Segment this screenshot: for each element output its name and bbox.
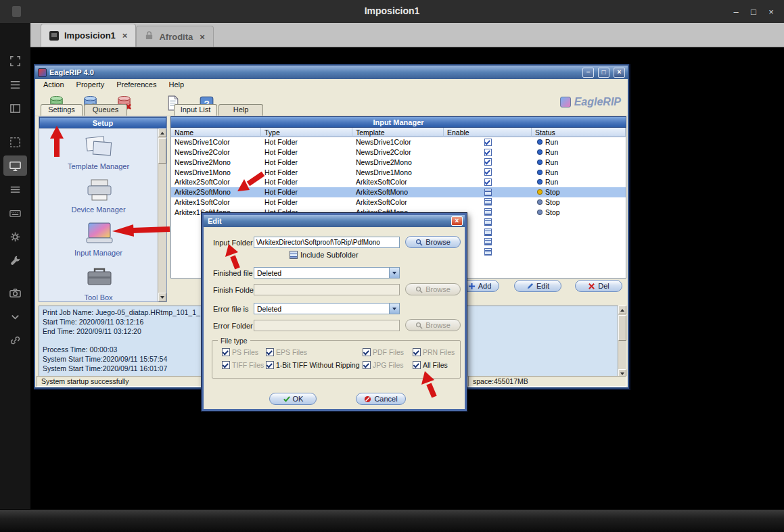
tab-queues[interactable]: Queues <box>84 104 127 116</box>
tab-imposicion1[interactable]: Imposicion1 × <box>41 24 136 47</box>
setup-item-tool-box[interactable]: Tool Box <box>39 265 158 301</box>
browse-input-folder-button[interactable]: Browse <box>405 236 461 248</box>
monitor-icon[interactable] <box>3 155 27 176</box>
enable-checkbox[interactable] <box>484 198 492 205</box>
enable-checkbox[interactable] <box>484 149 492 156</box>
setup-scrollbar[interactable] <box>158 128 166 301</box>
scroll-thumb[interactable] <box>618 315 626 341</box>
cell-name: NewsDrive2Mono <box>171 158 261 166</box>
gear-icon[interactable] <box>3 226 27 247</box>
menu-help[interactable]: Help <box>163 80 189 91</box>
delete-button[interactable]: Del <box>575 280 622 292</box>
minimize-button[interactable]: – <box>582 68 594 78</box>
maximize-button[interactable]: □ <box>598 68 609 78</box>
table-row[interactable]: NewsDrive1ColorHot FolderNewsDrive1Color… <box>171 137 626 147</box>
checkbox-label: PDF Files <box>373 348 404 356</box>
close-button[interactable]: × <box>451 216 463 226</box>
eaglerip-titlebar[interactable]: EagleRIP 4.0 – □ × <box>35 66 628 79</box>
dropdown-button[interactable] <box>389 268 399 278</box>
keyboard-icon[interactable] <box>3 203 27 223</box>
maximize-button[interactable]: □ <box>745 7 762 17</box>
input-folder-field[interactable]: \ArkitexDirector\Softproof\ToRip\PdfMono <box>254 237 400 248</box>
wrench-icon[interactable] <box>3 250 27 270</box>
finished-file-select[interactable]: Deleted <box>254 267 400 279</box>
tab-afrodita[interactable]: Afrodita × <box>136 26 213 47</box>
edit-button-label: Edit <box>536 282 549 290</box>
tab-close-icon[interactable]: × <box>121 30 128 41</box>
log-scrollbar[interactable] <box>618 306 626 378</box>
menu-property[interactable]: Property <box>71 80 110 91</box>
enable-checkbox[interactable] <box>484 178 492 186</box>
cell-template: ArkitexSoftColor <box>352 198 444 206</box>
menu-preferences[interactable]: Preferences <box>111 80 162 91</box>
scroll-thumb[interactable] <box>158 138 166 164</box>
file-type-option[interactable]: All Files <box>413 361 448 369</box>
enable-checkbox[interactable] <box>484 228 492 236</box>
table-row[interactable]: Arkitex2SoftMonoHot FolderArkitexSoftMon… <box>171 187 626 197</box>
close-button[interactable]: × <box>614 68 625 78</box>
enable-checkbox[interactable] <box>484 189 492 196</box>
edit-button[interactable]: Edit <box>514 280 561 292</box>
minimize-button[interactable]: – <box>727 7 745 17</box>
tab-help[interactable]: Help <box>218 104 263 116</box>
table-row[interactable]: NewsDrive2ColorHot FolderNewsDrive2Color… <box>171 147 626 158</box>
ok-button[interactable]: OK <box>269 393 317 405</box>
edit-dialog-titlebar[interactable]: Edit × <box>204 215 465 227</box>
column-header-type[interactable]: Type <box>261 128 352 137</box>
enable-checkbox[interactable] <box>484 248 492 256</box>
browse-finish-folder-button: Browse <box>405 283 461 295</box>
menu-icon[interactable] <box>3 179 27 199</box>
error-file-select[interactable]: Deleted <box>254 303 400 314</box>
table-row[interactable]: NewsDrive1MonoHot FolderNewsDrive1MonoRu… <box>171 167 626 177</box>
setup-item-label: Template Manager <box>39 162 158 170</box>
checkbox-label: EPS Files <box>276 348 307 356</box>
link-icon[interactable] <box>3 330 27 350</box>
column-header-status[interactable]: Status <box>532 128 626 137</box>
scroll-up-button[interactable] <box>158 128 166 137</box>
tab-input-list[interactable]: Input List <box>174 104 217 116</box>
checkbox-icon <box>363 348 371 356</box>
enable-checkbox[interactable] <box>484 168 492 176</box>
menu-action[interactable]: Action <box>38 80 70 91</box>
checkbox-icon[interactable] <box>413 361 421 369</box>
status-dot <box>537 179 543 185</box>
tab-settings[interactable]: Settings <box>41 104 83 116</box>
chevron-down-icon <box>392 272 396 274</box>
dropdown-button[interactable] <box>389 304 399 314</box>
checkbox-icon[interactable] <box>266 361 274 369</box>
file-type-option: PDF Files <box>363 348 404 356</box>
panel-layout-icon[interactable] <box>3 98 27 118</box>
enable-checkbox[interactable] <box>484 208 492 216</box>
include-subfolder-checkbox[interactable]: Include Subfolder <box>290 251 359 259</box>
camera-icon[interactable] <box>3 283 27 303</box>
viewer-titlebar: Imposicion1 – □ × <box>0 0 784 23</box>
selection-icon[interactable] <box>3 132 27 152</box>
enable-checkbox[interactable] <box>484 158 492 166</box>
edit-icon <box>526 283 534 290</box>
table-row[interactable]: NewsDrive2MonoHot FolderNewsDrive2MonoRu… <box>171 158 626 168</box>
list-icon[interactable] <box>3 74 27 95</box>
cancel-button[interactable]: Cancel <box>356 393 406 405</box>
close-button[interactable]: × <box>762 7 780 17</box>
cancel-icon <box>364 395 371 403</box>
table-row[interactable]: Arkitex2SoftColorHot FolderArkitexSoftCo… <box>171 177 626 187</box>
column-header-name[interactable]: Name <box>171 128 261 137</box>
column-header-enable[interactable]: Enable <box>444 128 532 137</box>
setup-item-device-manager[interactable]: Device Manager <box>39 177 158 214</box>
enable-checkbox[interactable] <box>484 139 492 146</box>
file-type-option[interactable]: 1-Bit TIFF Without Ripping <box>266 361 360 369</box>
taskbar: Ps A 13:07 11/09/2020 <box>0 509 784 532</box>
checkbox-icon[interactable] <box>290 251 298 259</box>
setup-item-input-manager[interactable]: Input Manager <box>39 220 158 257</box>
chevron-down-icon[interactable] <box>3 306 27 327</box>
column-header-template[interactable]: Template <box>352 128 444 137</box>
setup-item-template-manager[interactable]: Template Manager <box>39 134 158 170</box>
expand-icon[interactable] <box>3 51 27 71</box>
tab-close-icon[interactable]: × <box>198 32 205 42</box>
scroll-up-button[interactable] <box>618 306 626 314</box>
scroll-down-button[interactable] <box>158 293 166 301</box>
table-row[interactable]: Arkitex1SoftColorHot FolderArkitexSoftCo… <box>171 197 626 208</box>
enable-checkbox[interactable] <box>484 238 492 245</box>
enable-checkbox[interactable] <box>484 218 492 226</box>
status-dot <box>537 210 543 215</box>
